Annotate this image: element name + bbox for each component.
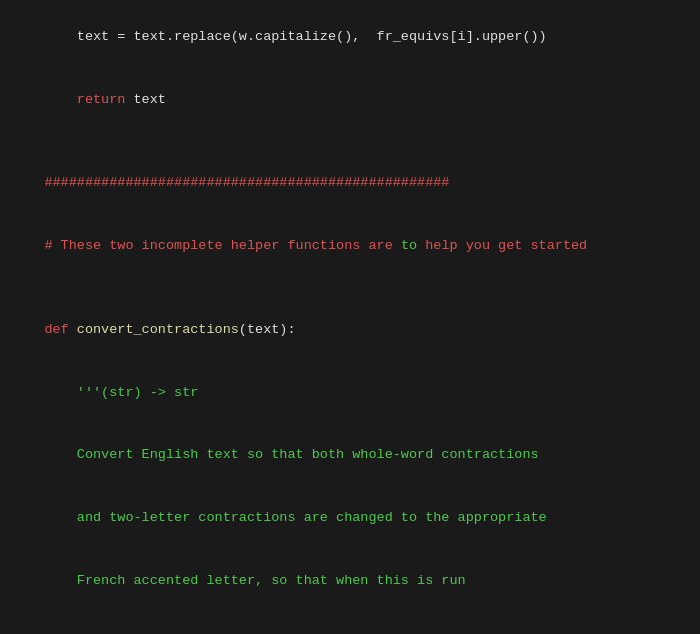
code-line-hash: ########################################… <box>12 152 688 215</box>
code-line-2: return text <box>12 69 688 132</box>
code-line-def: def convert_contractions(text): <box>12 299 688 362</box>
code-line-comment: # These two incomplete helper functions … <box>12 215 688 278</box>
code-line-blank-1 <box>12 132 688 153</box>
code-line-doc4: through the French Braille translator we… <box>12 613 688 634</box>
code-line-blank-2 <box>12 278 688 299</box>
code-line-1: text = text.replace(w.capitalize(), fr_e… <box>12 6 688 69</box>
code-line-doc1: Convert English text so that both whole-… <box>12 424 688 487</box>
code-editor: text = text.replace(w.capitalize(), fr_e… <box>0 0 700 634</box>
code-line-doc2: and two-letter contractions are changed … <box>12 487 688 550</box>
code-line-doc3: French accented letter, so that when thi… <box>12 550 688 613</box>
code-line-docstring-start: '''(str) -> str <box>12 362 688 425</box>
